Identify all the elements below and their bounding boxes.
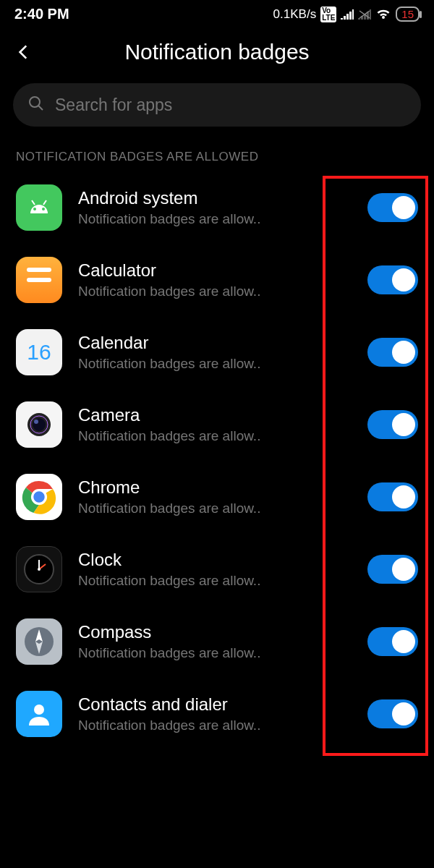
toggle-calendar[interactable]	[367, 338, 418, 367]
list-item[interactable]: 16 Calendar Notification badges are allo…	[0, 316, 434, 388]
app-list: Android system Notification badges are a…	[0, 171, 434, 750]
app-name: Clock	[78, 550, 352, 570]
list-item[interactable]: Compass Notification badges are allow..	[0, 605, 434, 678]
compass-icon	[16, 618, 62, 665]
app-sub: Notification badges are allow..	[78, 356, 352, 372]
list-item[interactable]: Calculator Notification badges are allow…	[0, 244, 434, 316]
app-name: Calendar	[78, 333, 352, 353]
app-sub: Notification badges are allow..	[78, 718, 352, 733]
section-label: NOTIFICATION BADGES ARE ALLOWED	[0, 140, 434, 171]
app-text: Compass Notification badges are allow..	[78, 622, 352, 661]
search-field[interactable]	[13, 83, 421, 127]
toggle-contacts[interactable]	[367, 699, 418, 728]
app-sub: Notification badges are allow..	[78, 501, 352, 516]
contacts-icon	[16, 691, 62, 737]
svg-point-9	[34, 420, 38, 424]
svg-line-1	[38, 106, 43, 110]
toggle-compass[interactable]	[367, 627, 418, 656]
app-sub: Notification badges are allow..	[78, 211, 352, 227]
list-item[interactable]: Contacts and dialer Notification badges …	[0, 678, 434, 750]
clock-icon	[16, 546, 62, 592]
app-sub: Notification badges are allow..	[78, 573, 352, 589]
app-text: Calculator Notification badges are allow…	[78, 260, 352, 299]
svg-point-20	[34, 705, 44, 715]
app-text: Android system Notification badges are a…	[78, 188, 352, 227]
search-input[interactable]	[55, 95, 407, 115]
app-name: Camera	[78, 405, 352, 425]
status-right: 0.1KB/s VoLTE 15	[273, 7, 420, 22]
svg-line-5	[43, 200, 46, 205]
battery-icon: 15	[396, 7, 420, 22]
toggle-chrome[interactable]	[367, 482, 418, 511]
list-item[interactable]: Clock Notification badges are allow..	[0, 533, 434, 605]
svg-point-8	[33, 418, 46, 431]
calculator-icon	[16, 257, 62, 303]
search-icon	[27, 95, 45, 115]
wifi-icon	[375, 9, 391, 20]
app-text: Camera Notification badges are allow..	[78, 405, 352, 444]
chrome-icon	[16, 474, 62, 520]
app-sub: Notification badges are allow..	[78, 645, 352, 661]
svg-point-3	[42, 208, 45, 210]
list-item[interactable]: Android system Notification badges are a…	[0, 171, 434, 244]
android-icon	[16, 184, 62, 231]
header: Notification badges	[0, 24, 434, 79]
app-name: Contacts and dialer	[78, 694, 352, 715]
app-sub: Notification badges are allow..	[78, 428, 352, 444]
svg-line-4	[32, 200, 35, 205]
app-text: Calendar Notification badges are allow..	[78, 333, 352, 372]
app-name: Chrome	[78, 477, 352, 498]
signal-1-icon	[341, 9, 354, 20]
camera-icon	[16, 401, 62, 448]
volte-icon: VoLTE	[320, 7, 336, 22]
list-item[interactable]: Camera Notification badges are allow..	[0, 388, 434, 461]
app-name: Compass	[78, 622, 352, 642]
app-text: Clock Notification badges are allow..	[78, 550, 352, 589]
app-name: Calculator	[78, 260, 352, 281]
app-sub: Notification badges are allow..	[78, 284, 352, 299]
toggle-clock[interactable]	[367, 555, 418, 584]
net-speed: 0.1KB/s	[273, 7, 317, 22]
svg-point-0	[30, 97, 40, 107]
status-time: 2:40 PM	[14, 6, 69, 22]
app-text: Chrome Notification badges are allow..	[78, 477, 352, 516]
app-text: Contacts and dialer Notification badges …	[78, 694, 352, 733]
svg-point-16	[38, 568, 41, 571]
calendar-icon: 16	[16, 329, 62, 375]
list-item[interactable]: Chrome Notification badges are allow..	[0, 461, 434, 533]
status-bar: 2:40 PM 0.1KB/s VoLTE 15	[0, 0, 434, 24]
toggle-android[interactable]	[367, 193, 418, 222]
page-title: Notification badges	[14, 40, 420, 64]
app-name: Android system	[78, 188, 352, 208]
toggle-calculator[interactable]	[367, 265, 418, 294]
signal-2-icon	[358, 9, 371, 20]
toggle-camera[interactable]	[367, 410, 418, 439]
svg-point-2	[33, 208, 36, 210]
